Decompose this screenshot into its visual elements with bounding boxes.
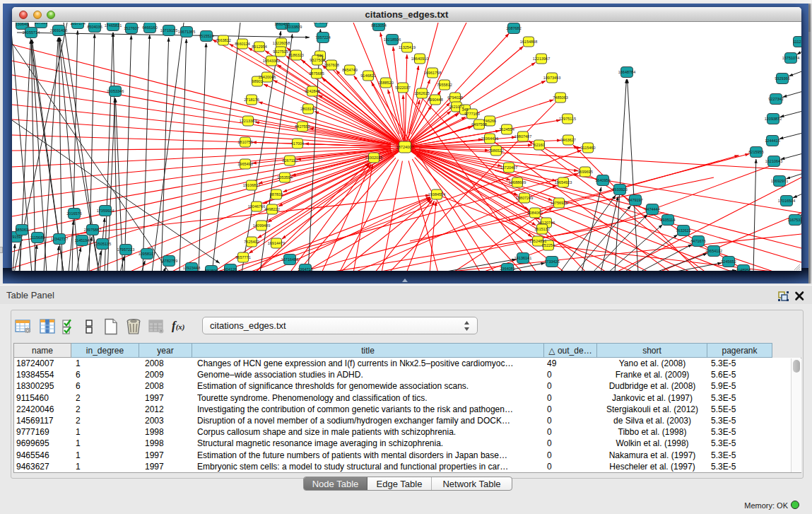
svg-text:10958107: 10958107 (139, 252, 155, 256)
svg-text:20364436: 20364436 (481, 136, 498, 141)
svg-text:10654112: 10654112 (705, 249, 722, 253)
svg-text:1148956: 1148956 (736, 268, 751, 271)
svg-text:6479197: 6479197 (628, 198, 642, 202)
svg-text:10046766: 10046766 (248, 204, 265, 209)
svg-text:18640910: 18640910 (411, 57, 428, 61)
svg-text:8427552: 8427552 (295, 124, 310, 129)
svg-text:23975887: 23975887 (84, 228, 101, 232)
svg-text:9084067: 9084067 (527, 211, 542, 215)
svg-text:17016504: 17016504 (778, 199, 795, 203)
svg-text:10756928: 10756928 (551, 201, 567, 205)
svg-text:1244415: 1244415 (765, 139, 779, 143)
svg-text:98901: 98901 (252, 79, 262, 83)
svg-text:907513: 907513 (35, 23, 47, 25)
svg-text:62160: 62160 (534, 143, 544, 147)
svg-text:1042160: 1042160 (313, 23, 328, 24)
svg-text:5322037: 5322037 (395, 86, 410, 90)
svg-text:20053346: 20053346 (107, 89, 124, 93)
svg-text:16210643: 16210643 (765, 159, 782, 163)
svg-text:1615132: 1615132 (534, 227, 549, 231)
svg-text:8660124: 8660124 (235, 42, 249, 46)
svg-text:9327505: 9327505 (273, 49, 288, 54)
svg-text:1588520: 1588520 (378, 81, 393, 85)
svg-text:10973493: 10973493 (543, 76, 560, 80)
svg-text:417004: 417004 (291, 141, 304, 146)
svg-text:18807249: 18807249 (516, 196, 533, 200)
svg-text:9227342: 9227342 (768, 97, 783, 101)
svg-text:16782759: 16782759 (160, 259, 177, 263)
svg-text:7955812: 7955812 (437, 83, 452, 87)
svg-text:3624554: 3624554 (499, 127, 514, 132)
svg-text:1810755: 1810755 (237, 140, 252, 144)
svg-text:9463627: 9463627 (560, 138, 575, 142)
svg-text:1057174: 1057174 (70, 23, 85, 25)
svg-text:11325419: 11325419 (399, 45, 416, 49)
svg-text:2367608: 2367608 (324, 63, 339, 67)
svg-text:887833: 887833 (270, 192, 283, 197)
svg-text:13226058: 13226058 (273, 41, 290, 45)
svg-text:16033809: 16033809 (285, 25, 302, 29)
svg-text:8186323: 8186323 (288, 53, 303, 57)
svg-text:19654923: 19654923 (555, 180, 572, 185)
svg-text:7485063: 7485063 (553, 95, 567, 100)
svg-text:16154808: 16154808 (520, 40, 537, 44)
svg-text:9327508: 9327508 (310, 58, 324, 62)
svg-text:17465831: 17465831 (105, 23, 122, 28)
svg-text:2364089: 2364089 (500, 267, 514, 271)
svg-text:1733426: 1733426 (544, 259, 559, 264)
svg-text:12975115: 12975115 (559, 117, 576, 121)
svg-text:1965498: 1965498 (237, 162, 252, 166)
svg-text:16648784: 16648784 (618, 70, 635, 74)
svg-text:19106827: 19106827 (243, 183, 260, 187)
svg-text:10688609: 10688609 (509, 180, 526, 185)
svg-text:6794028: 6794028 (447, 95, 462, 100)
svg-text:585061: 585061 (16, 228, 28, 232)
svg-text:1364718: 1364718 (298, 267, 312, 271)
svg-text:16120746: 16120746 (538, 221, 555, 225)
svg-text:9657771: 9657771 (235, 255, 250, 259)
svg-text:23302035: 23302035 (365, 156, 382, 160)
svg-text:111216: 111216 (793, 40, 801, 44)
svg-text:1145194: 1145194 (74, 238, 89, 243)
svg-text:1115689: 1115689 (30, 235, 45, 240)
svg-text:8471676: 8471676 (690, 239, 705, 243)
svg-text:12093872: 12093872 (765, 117, 782, 121)
svg-text:1353594: 1353594 (277, 175, 292, 180)
svg-text:7357224: 7357224 (315, 35, 330, 40)
svg-text:9699695: 9699695 (577, 170, 592, 174)
svg-text:15716485: 15716485 (281, 257, 298, 262)
svg-text:2803144: 2803144 (300, 107, 315, 111)
svg-text:24055714: 24055714 (23, 30, 40, 35)
svg-text:7515524: 7515524 (199, 34, 213, 38)
svg-text:9245652: 9245652 (721, 259, 736, 264)
svg-text:17359924: 17359924 (97, 209, 114, 213)
svg-text:19384554: 19384554 (428, 192, 445, 197)
svg-text:7663822: 7663822 (216, 38, 230, 42)
svg-text:16914479: 16914479 (268, 241, 285, 245)
svg-text:9115460: 9115460 (580, 146, 595, 150)
svg-text:9474444: 9474444 (645, 207, 659, 211)
svg-text:9146821: 9146821 (360, 74, 375, 78)
svg-text:12923448: 12923448 (183, 266, 200, 270)
svg-text:10807487: 10807487 (514, 134, 531, 139)
svg-text:8504036: 8504036 (87, 25, 102, 29)
svg-text:8990448: 8990448 (428, 98, 442, 102)
svg-text:1167531: 1167531 (787, 218, 801, 222)
svg-text:2016576: 2016576 (66, 211, 81, 216)
svg-text:4498222: 4498222 (264, 207, 279, 211)
svg-text:2718176: 2718176 (244, 98, 259, 102)
svg-text:8215955: 8215955 (748, 150, 763, 154)
svg-text:12213967: 12213967 (533, 57, 550, 61)
svg-text:8933923: 8933923 (612, 187, 627, 192)
svg-text:18724007: 18724007 (396, 145, 413, 149)
svg-text:9777169: 9777169 (464, 112, 479, 116)
svg-text:14099489: 14099489 (253, 223, 270, 228)
svg-text:12505135: 12505135 (94, 242, 111, 246)
svg-text:10719155: 10719155 (160, 28, 177, 33)
svg-text:20691406: 20691406 (50, 28, 67, 33)
svg-text:16543382: 16543382 (263, 59, 280, 63)
svg-text:19218506: 19218506 (384, 37, 401, 42)
svg-text:2087682: 2087682 (506, 26, 521, 30)
svg-text:7625402: 7625402 (244, 240, 259, 244)
svg-text:8813054: 8813054 (371, 23, 386, 28)
